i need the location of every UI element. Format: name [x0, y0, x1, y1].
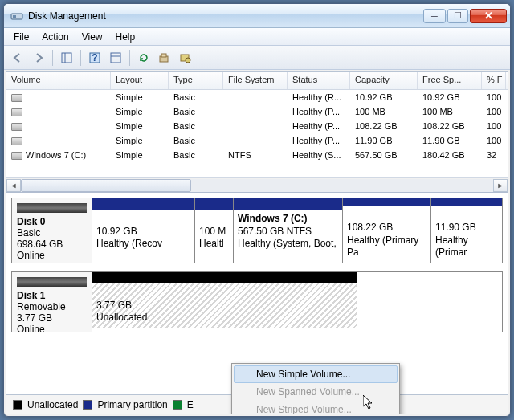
- help-button[interactable]: ?: [86, 49, 104, 67]
- partition-stripe: [431, 198, 502, 206]
- disk-type: Removable: [17, 301, 66, 312]
- table-row[interactable]: SimpleBasicHealthy (R...10.92 GB10.92 GB…: [6, 90, 508, 104]
- partition-info: Windows 7 (C:)567.50 GB NTFSHealthy (Sys…: [234, 210, 342, 254]
- scroll-thumb[interactable]: [21, 179, 191, 192]
- toolbar: ?: [4, 46, 510, 70]
- volume-list: Volume Layout Type File System Status Ca…: [6, 72, 508, 193]
- maximize-button[interactable]: ☐: [447, 9, 468, 23]
- col-volume[interactable]: Volume: [6, 72, 111, 89]
- disk-1-partitions: 3.77 GB Unallocated: [92, 272, 502, 332]
- col-status[interactable]: Status: [288, 72, 350, 89]
- legend-label-extended: E: [187, 399, 194, 410]
- disk-0[interactable]: Disk 0 Basic 698.64 GB Online 10.92 GBHe…: [11, 198, 503, 263]
- partition[interactable]: 100 MHealtl: [195, 198, 234, 263]
- partition[interactable]: 11.90 GBHealthy (Primar: [431, 198, 502, 263]
- partition-stripe: [92, 272, 357, 283]
- legend-swatch-unallocated: [13, 400, 22, 410]
- svg-rect-9: [161, 54, 166, 57]
- partition-stripe: [195, 198, 233, 210]
- partition-info: 10.92 GBHealthy (Recov: [92, 210, 194, 254]
- svg-text:?: ?: [92, 52, 97, 63]
- svg-rect-2: [62, 53, 71, 63]
- disk-0-label: Disk 0 Basic 698.64 GB Online: [12, 198, 92, 263]
- drive-icon: [11, 137, 22, 145]
- disk-status: Online: [17, 324, 45, 335]
- disk-1[interactable]: Disk 1 Removable 3.77 GB Online 3.77 GB …: [11, 271, 503, 332]
- disk-header-stripe: [17, 277, 87, 287]
- menubar: File Action View Help: [4, 28, 510, 46]
- window-title: Disk Management: [28, 10, 423, 22]
- menu-help[interactable]: Help: [109, 30, 142, 44]
- partition[interactable]: Windows 7 (C:)567.50 GB NTFSHealthy (Sys…: [234, 198, 343, 263]
- drive-icon: [11, 94, 22, 102]
- toolbar-button[interactable]: [107, 49, 124, 67]
- col-filesystem[interactable]: File System: [223, 72, 288, 89]
- cursor-icon: [363, 395, 376, 411]
- disk-size: 698.64 GB: [17, 239, 63, 250]
- toolbar-separator: [52, 50, 53, 66]
- disk-name: Disk 0: [17, 216, 45, 227]
- table-row[interactable]: SimpleBasicHealthy (P...108.22 GB108.22 …: [6, 119, 508, 133]
- col-layout[interactable]: Layout: [111, 72, 169, 89]
- settings-button[interactable]: [177, 49, 194, 67]
- window-buttons: ─ ☐ ✕: [423, 9, 507, 23]
- drive-icon: [11, 108, 22, 116]
- volume-header-row: Volume Layout Type File System Status Ca…: [6, 72, 508, 90]
- col-percent[interactable]: % F: [482, 72, 506, 89]
- disk-size: 3.77 GB: [17, 312, 52, 324]
- svg-point-11: [186, 58, 190, 63]
- table-row[interactable]: SimpleBasicHealthy (P...11.90 GB11.90 GB…: [6, 133, 508, 148]
- menu-view[interactable]: View: [75, 30, 109, 44]
- show-hide-tree-button[interactable]: [58, 49, 75, 67]
- partition[interactable]: 10.92 GBHealthy (Recov: [92, 198, 195, 263]
- partition-stripe: [234, 198, 342, 210]
- partition-size: 3.77 GB: [96, 300, 132, 311]
- drive-icon: [11, 123, 22, 131]
- disk-1-label: Disk 1 Removable 3.77 GB Online: [12, 272, 92, 332]
- back-button[interactable]: [9, 49, 27, 67]
- rescan-button[interactable]: [156, 49, 173, 67]
- disk-0-partitions: 10.92 GBHealthy (Recov100 MHealtlWindows…: [92, 198, 502, 263]
- horizontal-scrollbar[interactable]: ◄ ►: [6, 177, 508, 192]
- partition-stripe: [343, 198, 430, 206]
- legend-label-primary: Primary partition: [97, 399, 167, 410]
- partition-info: 3.77 GB Unallocated: [92, 283, 357, 328]
- scroll-track[interactable]: [21, 179, 493, 192]
- disk-type: Basic: [17, 227, 40, 239]
- legend-label-unallocated: Unallocated: [27, 399, 78, 410]
- disk-status: Online: [17, 250, 45, 261]
- toolbar-separator: [80, 50, 81, 66]
- svg-rect-1: [13, 15, 16, 18]
- partition-info: 108.22 GBHealthy (Primary Pa: [343, 206, 430, 263]
- minimize-button[interactable]: ─: [423, 9, 446, 23]
- svg-rect-6: [111, 53, 120, 63]
- partition[interactable]: 108.22 GBHealthy (Primary Pa: [343, 198, 431, 263]
- table-row[interactable]: SimpleBasicHealthy (P...100 MB100 MB100: [6, 104, 508, 119]
- menu-file[interactable]: File: [7, 30, 35, 44]
- table-row[interactable]: Windows 7 (C:)SimpleBasicNTFSHealthy (S.…: [6, 148, 508, 162]
- disk-name: Disk 1: [17, 290, 45, 301]
- titlebar[interactable]: Disk Management ─ ☐ ✕: [4, 4, 510, 28]
- scroll-left-button[interactable]: ◄: [6, 179, 21, 192]
- app-icon: [10, 10, 23, 22]
- partition-status: Unallocated: [96, 312, 147, 323]
- disk-management-window: Disk Management ─ ☐ ✕ File Action View H…: [3, 3, 511, 417]
- partition-unallocated[interactable]: 3.77 GB Unallocated: [92, 272, 357, 332]
- col-free[interactable]: Free Sp...: [418, 72, 482, 89]
- menu-action[interactable]: Action: [35, 30, 75, 44]
- scroll-right-button[interactable]: ►: [493, 179, 508, 192]
- drive-icon: [11, 152, 22, 160]
- menu-new-simple-volume[interactable]: New Simple Volume...: [234, 365, 398, 383]
- close-button[interactable]: ✕: [470, 9, 507, 23]
- forward-button[interactable]: [30, 49, 47, 67]
- volume-rows: SimpleBasicHealthy (R...10.92 GB10.92 GB…: [6, 90, 508, 177]
- partition-stripe: [92, 198, 194, 210]
- toolbar-separator: [129, 50, 130, 66]
- refresh-button[interactable]: [135, 49, 153, 67]
- col-type[interactable]: Type: [169, 72, 223, 89]
- content-area: Volume Layout Type File System Status Ca…: [6, 71, 508, 414]
- partition-info: 100 MHealtl: [195, 210, 233, 254]
- legend-swatch-extended: [173, 400, 182, 410]
- col-capacity[interactable]: Capacity: [350, 72, 418, 89]
- disk-header-stripe: [17, 203, 87, 213]
